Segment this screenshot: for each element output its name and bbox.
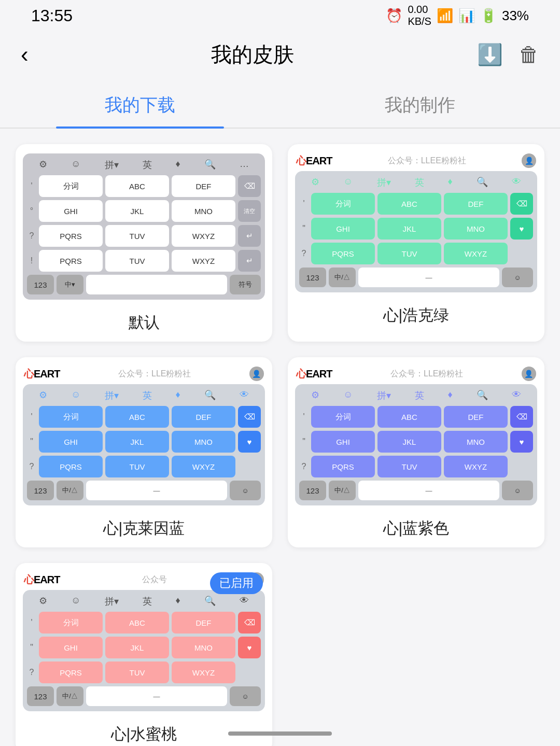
tb-eng: 英 bbox=[143, 159, 152, 171]
top-nav: ‹ 我的皮肤 ⬇️ 🗑 bbox=[0, 31, 560, 78]
page-title: 我的皮肤 bbox=[211, 40, 294, 69]
key-sym: 符号 bbox=[230, 275, 261, 294]
cloud-icon[interactable]: ⬇️ bbox=[477, 43, 503, 67]
kb-toolbar-purple: ⚙ ☺ 拼▾ 英 ♦ 🔍 👁 bbox=[299, 389, 533, 402]
signal-icon: 📊 bbox=[458, 8, 475, 24]
key-enter: ↵ bbox=[238, 225, 261, 247]
key-wxyz2: WXYZ bbox=[172, 250, 235, 272]
brand-header-purple: 心EART 公众号：LLE粉粉社 👤 bbox=[295, 367, 537, 381]
brand-avatar-green: 👤 bbox=[522, 153, 536, 168]
skin-preview-green: 心EART 公众号：LLEE粉粉社 👤 ⚙ ☺ 拼▾ 英 ♦ 🔍 👁 ' bbox=[288, 144, 544, 300]
back-button[interactable]: ‹ bbox=[21, 41, 29, 67]
kb-keys-4: PQRS TUV WXYZ bbox=[39, 250, 235, 272]
kb-toolbar-green: ⚙ ☺ 拼▾ 英 ♦ 🔍 👁 bbox=[299, 176, 533, 189]
status-icons: ⏰ 0.00KB/S 📶 📊 🔋 33% bbox=[386, 4, 529, 27]
tb-settings: ⚙ bbox=[39, 159, 47, 171]
kb-row-3: ? PQRS TUV WXYZ ↵ bbox=[27, 225, 261, 247]
key-pqrs2: PQRS bbox=[39, 250, 103, 272]
tb-emoji: ☺ bbox=[71, 159, 80, 171]
kb-rows-peach: ' 分词 ABC DEF ⌫ " GHI JKL MNO bbox=[27, 612, 261, 683]
skin-preview-blue: 心EART 公众号：LLE粉粉社 👤 ⚙ ☺ 拼▾ 英 ♦ 🔍 👁 ' bbox=[16, 357, 272, 513]
brand-avatar-blue: 👤 bbox=[249, 367, 264, 381]
skin-card-peach[interactable]: 已启用 心EART 公众号 👤 ⚙ ☺ 拼▾ 英 ♦ 🔍 👁 bbox=[16, 563, 272, 746]
kb-row-1: ' 分词 ABC DEF ⌫ bbox=[27, 175, 261, 197]
brand-header-blue: 心EART 公众号：LLE粉粉社 👤 bbox=[23, 367, 265, 381]
brand-wechat-peach: 公众号 bbox=[142, 574, 167, 585]
tabs: 我的下载 我的制作 bbox=[0, 83, 560, 129]
alarm-icon: ⏰ bbox=[386, 8, 402, 24]
battery-percent: 33% bbox=[502, 8, 529, 24]
battery-icon: 🔋 bbox=[480, 8, 497, 24]
kb-bottom: 123 中▾ 符号 bbox=[27, 275, 261, 294]
key-space bbox=[86, 275, 227, 294]
brand-wechat-green: 公众号：LLEE粉粉社 bbox=[388, 156, 466, 166]
skin-name-green: 心|浩克绿 bbox=[288, 300, 544, 334]
key-lang: 中▾ bbox=[57, 275, 83, 294]
key-ghi: GHI bbox=[39, 200, 103, 222]
tb-pinyin: 拼▾ bbox=[105, 159, 119, 171]
skin-card-default[interactable]: ⚙ ☺ 拼▾ 英 ♦ 🔍 … ' 分词 ABC DEF bbox=[16, 144, 272, 342]
tb-more: … bbox=[240, 159, 249, 171]
brand-logo-green: 心EART bbox=[296, 154, 332, 168]
kb-keys-1: 分词 ABC DEF bbox=[39, 175, 235, 197]
key-tuv2: TUV bbox=[105, 250, 169, 272]
key-mno: MNO bbox=[172, 200, 235, 222]
skin-grid: ⚙ ☺ 拼▾ 英 ♦ 🔍 … ' 分词 ABC DEF bbox=[0, 129, 560, 746]
keyboard-preview-blue: ⚙ ☺ 拼▾ 英 ♦ 🔍 👁 ' 分词 ABC DEF bbox=[23, 384, 265, 505]
bottom-indicator bbox=[228, 731, 332, 736]
key-wxyz: WXYZ bbox=[172, 225, 235, 247]
brand-logo-peach: 心EART bbox=[24, 573, 60, 587]
brand-logo-purple: 心EART bbox=[296, 367, 332, 381]
tb-search: 🔍 bbox=[204, 159, 216, 171]
key-enter2: ↵ bbox=[238, 250, 261, 272]
key-jkl: JKL bbox=[105, 200, 169, 222]
keyboard-preview-purple: ⚙ ☺ 拼▾ 英 ♦ 🔍 👁 ' 分词 ABC DEF bbox=[295, 384, 537, 505]
key-clear: 清空 bbox=[238, 200, 261, 222]
kb-rows-purple: ' 分词 ABC DEF ⌫ " GHI JKL MNO bbox=[299, 406, 533, 477]
key-def: DEF bbox=[172, 175, 235, 197]
key-123: 123 bbox=[27, 275, 54, 294]
tab-created[interactable]: 我的制作 bbox=[280, 83, 560, 128]
nav-actions: ⬇️ 🗑 bbox=[477, 43, 539, 67]
status-time: 13:55 bbox=[31, 6, 73, 25]
kb-rows: ' 分词 ABC DEF ⌫ ° GHI JKL MNO bbox=[27, 175, 261, 272]
brand-logo-blue: 心EART bbox=[24, 367, 60, 381]
brand-wechat-purple: 公众号：LLE粉粉社 bbox=[390, 369, 463, 379]
status-bar: 13:55 ⏰ 0.00KB/S 📶 📊 🔋 33% bbox=[0, 0, 560, 31]
kb-keys-2: GHI JKL MNO bbox=[39, 200, 235, 222]
skin-card-blue[interactable]: 心EART 公众号：LLE粉粉社 👤 ⚙ ☺ 拼▾ 英 ♦ 🔍 👁 ' bbox=[16, 357, 272, 547]
kb-row-2: ° GHI JKL MNO 清空 bbox=[27, 200, 261, 222]
kb-row-4: ! PQRS TUV WXYZ ↵ bbox=[27, 250, 261, 272]
active-badge-peach: 已启用 bbox=[210, 572, 263, 594]
tab-downloads[interactable]: 我的下载 bbox=[0, 83, 280, 128]
kb-rows-green: ' 分词 ABC DEF ⌫ " GHI JKL MNO bbox=[299, 193, 533, 264]
skin-preview-default: ⚙ ☺ 拼▾ 英 ♦ 🔍 … ' 分词 ABC DEF bbox=[16, 144, 272, 307]
brand-avatar-purple: 👤 bbox=[522, 367, 536, 381]
key-fenci: 分词 bbox=[39, 175, 103, 197]
skin-preview-purple: 心EART 公众号：LLE粉粉社 👤 ⚙ ☺ 拼▾ 英 ♦ 🔍 👁 ' bbox=[288, 357, 544, 513]
tb-voice: ♦ bbox=[176, 159, 180, 171]
key-pqrs: PQRS bbox=[39, 225, 103, 247]
keyboard-preview-peach: ⚙ ☺ 拼▾ 英 ♦ 🔍 👁 ' 分词 ABC DEF bbox=[23, 590, 265, 711]
brand-wechat-blue: 公众号：LLE粉粉社 bbox=[118, 369, 191, 379]
skin-name-default: 默认 bbox=[16, 307, 272, 342]
key-del: ⌫ bbox=[238, 175, 261, 197]
delete-icon[interactable]: 🗑 bbox=[519, 43, 539, 66]
keyboard-preview-green: ⚙ ☺ 拼▾ 英 ♦ 🔍 👁 ' 分词 ABC DEF bbox=[295, 171, 537, 292]
kb-keys-3: PQRS TUV WXYZ bbox=[39, 225, 235, 247]
speed-icon: 0.00KB/S bbox=[408, 4, 431, 27]
brand-header-green: 心EART 公众号：LLEE粉粉社 👤 bbox=[295, 153, 537, 168]
wifi-icon: 📶 bbox=[437, 8, 453, 24]
key-tuv: TUV bbox=[105, 225, 169, 247]
skin-card-green[interactable]: 心EART 公众号：LLEE粉粉社 👤 ⚙ ☺ 拼▾ 英 ♦ 🔍 👁 ' bbox=[288, 144, 544, 342]
kb-toolbar-peach: ⚙ ☺ 拼▾ 英 ♦ 🔍 👁 bbox=[27, 595, 261, 608]
kb-toolbar: ⚙ ☺ 拼▾ 英 ♦ 🔍 … bbox=[27, 159, 261, 171]
kb-toolbar-blue: ⚙ ☺ 拼▾ 英 ♦ 🔍 👁 bbox=[27, 389, 261, 402]
kb-rows-blue: ' 分词 ABC DEF ⌫ " GHI JKL MNO bbox=[27, 406, 261, 477]
key-abc: ABC bbox=[105, 175, 169, 197]
keyboard-preview-default: ⚙ ☺ 拼▾ 英 ♦ 🔍 … ' 分词 ABC DEF bbox=[23, 153, 265, 300]
skin-name-purple: 心|蓝紫色 bbox=[288, 513, 544, 547]
skin-card-purple[interactable]: 心EART 公众号：LLE粉粉社 👤 ⚙ ☺ 拼▾ 英 ♦ 🔍 👁 ' bbox=[288, 357, 544, 547]
skin-name-blue: 心|克莱因蓝 bbox=[16, 513, 272, 547]
